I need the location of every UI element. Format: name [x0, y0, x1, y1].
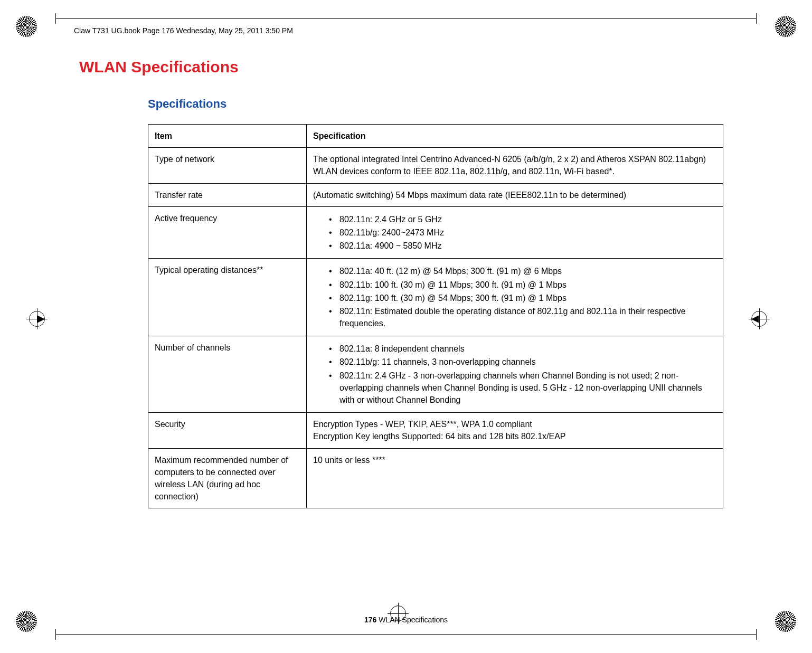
table-row: Security Encryption Types - WEP, TKIP, A… — [148, 413, 723, 448]
page-number: 176 — [364, 616, 376, 624]
running-head: Claw T731 UG.book Page 176 Wednesday, Ma… — [74, 26, 293, 35]
page-title: WLAN Specifications — [79, 58, 733, 76]
page-content: WLAN Specifications Specifications Item … — [79, 58, 733, 508]
cell-spec: (Automatic switching) 54 Mbps maximum da… — [307, 183, 723, 206]
list-item: 802.11n: 2.4 GHz - 3 non-overlapping cha… — [329, 370, 716, 406]
list-item: 802.11b/g: 2400~2473 MHz — [329, 226, 716, 239]
section-subtitle: Specifications — [148, 97, 733, 111]
cell-item: Security — [148, 413, 307, 448]
cell-spec: 802.11n: 2.4 GHz or 5 GHz 802.11b/g: 240… — [307, 206, 723, 259]
cell-spec: The optional integrated Intel Centrino A… — [307, 148, 723, 183]
specifications-table: Item Specification Type of network The o… — [148, 124, 723, 508]
table-row: Typical operating distances** 802.11a: 4… — [148, 259, 723, 336]
list-item: 802.11g: 100 ft. (30 m) @ 54 Mbps; 300 f… — [329, 292, 716, 304]
table-row: Transfer rate (Automatic switching) 54 M… — [148, 183, 723, 206]
security-line-2: Encryption Key lengths Supported: 64 bit… — [313, 430, 716, 442]
cell-item: Active frequency — [148, 206, 307, 259]
table-row: Number of channels 802.11a: 8 independen… — [148, 336, 723, 413]
cell-item: Type of network — [148, 148, 307, 183]
list-item: 802.11b: 100 ft. (30 m) @ 11 Mbps; 300 f… — [329, 279, 716, 291]
cell-item: Transfer rate — [148, 183, 307, 206]
table-row: Maximum recommended number of computers … — [148, 448, 723, 508]
cell-spec: Encryption Types - WEP, TKIP, AES***, WP… — [307, 413, 723, 448]
registration-mark-tl — [16, 16, 42, 42]
table-row: Type of network The optional integrated … — [148, 148, 723, 183]
list-item: 802.11n: Estimated double the operating … — [329, 305, 716, 329]
footer-label: WLAN Specifications — [376, 616, 448, 624]
cell-item: Typical operating distances** — [148, 259, 307, 336]
registration-mark-bl — [16, 611, 42, 637]
table-row: Active frequency 802.11n: 2.4 GHz or 5 G… — [148, 206, 723, 259]
list-item: 802.11n: 2.4 GHz or 5 GHz — [329, 213, 716, 225]
list-item: 802.11a: 40 ft. (12 m) @ 54 Mbps; 300 ft… — [329, 265, 716, 277]
table-header-row: Item Specification — [148, 125, 723, 148]
list-item: 802.11a: 4900 ~ 5850 MHz — [329, 240, 716, 252]
cell-spec: 10 units or less **** — [307, 448, 723, 508]
list-item: 802.11b/g: 11 channels, 3 non-overlappin… — [329, 356, 716, 368]
cell-item: Maximum recommended number of computers … — [148, 448, 307, 508]
table-header-spec: Specification — [307, 125, 723, 148]
registration-mark-br — [770, 611, 796, 637]
cell-spec: 802.11a: 8 independent channels 802.11b/… — [307, 336, 723, 413]
cell-spec: 802.11a: 40 ft. (12 m) @ 54 Mbps; 300 ft… — [307, 259, 723, 336]
table-header-item: Item — [148, 125, 307, 148]
registration-mark-tr — [770, 16, 796, 42]
security-line-1: Encryption Types - WEP, TKIP, AES***, WP… — [313, 418, 716, 430]
cell-item: Number of channels — [148, 336, 307, 413]
page-footer: 176 WLAN Specifications — [0, 616, 812, 624]
list-item: 802.11a: 8 independent channels — [329, 343, 716, 355]
